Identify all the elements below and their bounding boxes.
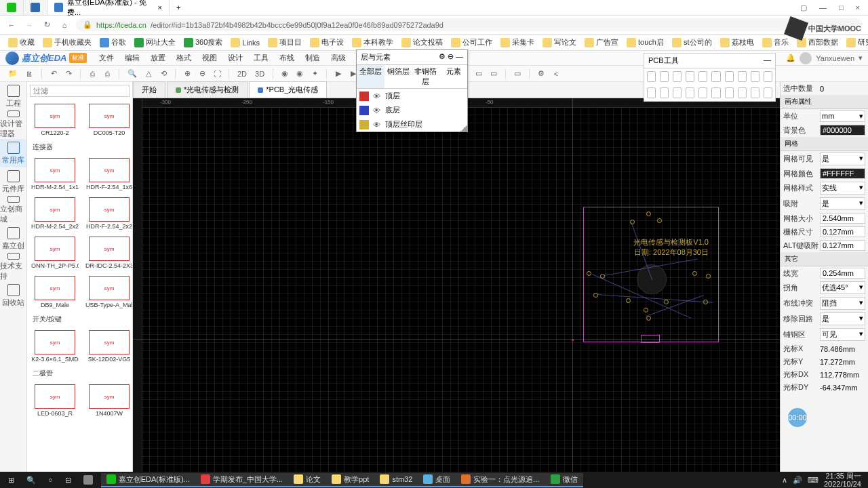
pcb-tool-button[interactable] [673, 71, 682, 82]
toolbar-button[interactable]: ⎙ [101, 68, 113, 80]
lib-component[interactable]: symHDR-F-2.54_2x2 [83, 195, 133, 232]
volume-icon[interactable]: 🔊 [793, 476, 802, 485]
minimize-icon[interactable]: ⊖ [448, 52, 454, 60]
pcb-canvas[interactable]: -300-250-150-100-50 光电传感与检测板V1.0日期: 2022… [133, 98, 780, 472]
lib-component[interactable]: symHDR-F-2.54_1x6 [83, 155, 133, 193]
bookmark-item[interactable]: 项目目 [265, 36, 304, 49]
layers-tab[interactable]: 元素 [439, 65, 467, 88]
pcb-tool-button[interactable] [698, 87, 707, 98]
toolbar-button[interactable]: ✦ [309, 68, 321, 80]
home-button[interactable]: ⌂ [58, 21, 71, 29]
board-outline[interactable]: 光电传感与检测板V1.0日期: 2022年08月30日 [583, 207, 719, 342]
document-tab[interactable]: 开始 [133, 81, 165, 98]
layers-tab[interactable]: 铜箔层 [384, 65, 412, 88]
bookmark-item[interactable]: 收藏 [5, 36, 37, 49]
menu-item[interactable]: 布线 [274, 52, 300, 64]
toolbar-button[interactable]: △ [142, 68, 155, 80]
prop-select[interactable]: mm▾ [820, 110, 865, 122]
pcb-tool-button[interactable] [738, 71, 747, 82]
win-alt-icon[interactable]: ▢ [800, 3, 807, 12]
taskbar-app[interactable]: 微信 [545, 473, 583, 487]
bookmark-item[interactable]: st公司的 [669, 36, 715, 49]
pcb-tool-button[interactable] [660, 87, 669, 98]
toolbar-button[interactable]: ⊖ [196, 68, 208, 80]
lib-component[interactable]: symUSB-Type-A_Male [83, 273, 133, 311]
pcb-tool-button[interactable] [711, 71, 720, 82]
lib-component[interactable]: sym1N4007W [83, 382, 133, 420]
pcb-tools-panel[interactable]: PCB工具— [644, 53, 776, 102]
rail-item[interactable]: 技术支持 [0, 253, 26, 281]
pcb-tool-button[interactable] [751, 87, 760, 98]
browser-tab-0[interactable] [0, 0, 24, 15]
taskbar-app[interactable]: 论文 [288, 473, 326, 487]
taskbar-app[interactable]: 实验一：点光源追... [456, 473, 545, 487]
minimize-icon[interactable]: — [819, 3, 827, 12]
pcb-tool-button[interactable] [764, 71, 772, 82]
gear-icon[interactable]: ⚙ [439, 52, 446, 60]
pcb-tool-button[interactable] [751, 71, 760, 82]
lib-component[interactable]: symCR1220-2 [28, 101, 81, 139]
toolbar-button[interactable]: ▶ [332, 68, 344, 80]
prop-select[interactable]: 实线▾ [820, 182, 865, 195]
pcb-tool-button[interactable] [686, 71, 694, 82]
lib-component[interactable]: symSK-12D02-VG5 [83, 327, 133, 365]
toolbar-button[interactable]: ▭ [473, 68, 485, 80]
toolbar-button[interactable]: ↷ [62, 68, 75, 80]
username[interactable]: Yanxuewen [816, 54, 854, 62]
menu-item[interactable]: 设计 [222, 52, 248, 64]
start-button[interactable]: ⊞ [3, 474, 20, 486]
pcb-tool-button[interactable] [725, 87, 734, 98]
taskview-button[interactable]: ⊟ [60, 474, 77, 486]
layers-tab[interactable]: 全部层 [357, 65, 384, 88]
layer-row[interactable]: 👁顶层丝印层 [357, 117, 467, 131]
rail-item[interactable]: 设计管理器 [0, 110, 26, 139]
toolbar-button[interactable]: ⚙ [535, 68, 547, 80]
toolbar-button[interactable]: ⊕ [181, 68, 193, 80]
prop-select[interactable]: 是▾ [820, 312, 865, 325]
layers-popup[interactable]: 层与元素 ⚙ ⊖ — 全部层铜箔层非铜箔层元素 👁顶层👁底层👁顶层丝印层 [356, 49, 468, 132]
cortana-button[interactable]: ○ [43, 474, 58, 485]
prop-select[interactable]: 是▾ [820, 152, 865, 165]
lib-component[interactable]: symDR-IDC-2.54-2X3 [83, 234, 133, 272]
menu-item[interactable]: 高级 [326, 52, 351, 64]
toolbar-button[interactable]: ↶ [47, 68, 60, 80]
bookmark-item[interactable]: touch启 [624, 36, 667, 49]
browser-tab-2[interactable]: 嘉立创EDA(标准版) - 免费... × [47, 0, 170, 15]
toolbar-button[interactable]: < [550, 68, 562, 80]
chevron-down-icon[interactable]: ▾ [859, 54, 863, 62]
rail-item[interactable]: 回收站 [0, 281, 26, 310]
bookmark-item[interactable]: 谷歌 [97, 36, 129, 49]
menu-item[interactable]: 工具 [248, 52, 274, 64]
prop-select[interactable]: 优选45°▾ [820, 281, 865, 294]
close-icon[interactable]: × [158, 3, 162, 12]
pcb-tool-button[interactable] [647, 71, 656, 82]
taskbar-app[interactable]: 学期发布_中国大学... [195, 473, 288, 487]
toolbar-button[interactable]: ◉ [294, 68, 306, 80]
bookmark-item[interactable]: 采集卡 [498, 36, 537, 49]
resize-handle[interactable] [460, 125, 467, 131]
pcb-tool-button[interactable] [647, 87, 656, 98]
prop-input[interactable]: #FFFFFF [820, 168, 865, 179]
avatar[interactable] [800, 52, 812, 64]
menu-item[interactable]: 视图 [197, 52, 222, 64]
rail-item[interactable]: 常用库 [0, 139, 26, 167]
toolbar-button[interactable]: ▭ [488, 68, 500, 80]
lib-component[interactable]: symDB9_Male [28, 273, 81, 311]
collapse-icon[interactable]: — [456, 52, 463, 60]
lib-component[interactable]: symK2-3.6×6.1_SMD [28, 327, 81, 365]
prop-select[interactable]: 是▾ [820, 197, 865, 210]
toolbar-button[interactable]: 🗎 [23, 70, 36, 78]
toolbar-button[interactable]: 📁 [5, 69, 20, 78]
browser-tab-1[interactable] [24, 0, 47, 15]
menu-item[interactable]: 编辑 [119, 52, 145, 64]
document-tab[interactable]: *PCB_光电传感 [249, 81, 327, 98]
pcb-tool-button[interactable] [738, 87, 747, 98]
library-filter-input[interactable] [30, 85, 130, 97]
bookmark-item[interactable]: 论文投稿 [399, 36, 446, 49]
pcb-tool-button[interactable] [725, 71, 734, 82]
bookmark-item[interactable]: 公司工作 [448, 36, 495, 49]
reload-button[interactable]: ↻ [41, 20, 53, 29]
bookmark-item[interactable]: Links [228, 37, 262, 49]
rail-item[interactable]: 工程 [0, 82, 26, 110]
lib-component[interactable]: symHDR-M-2.54_2x2 [28, 195, 81, 232]
